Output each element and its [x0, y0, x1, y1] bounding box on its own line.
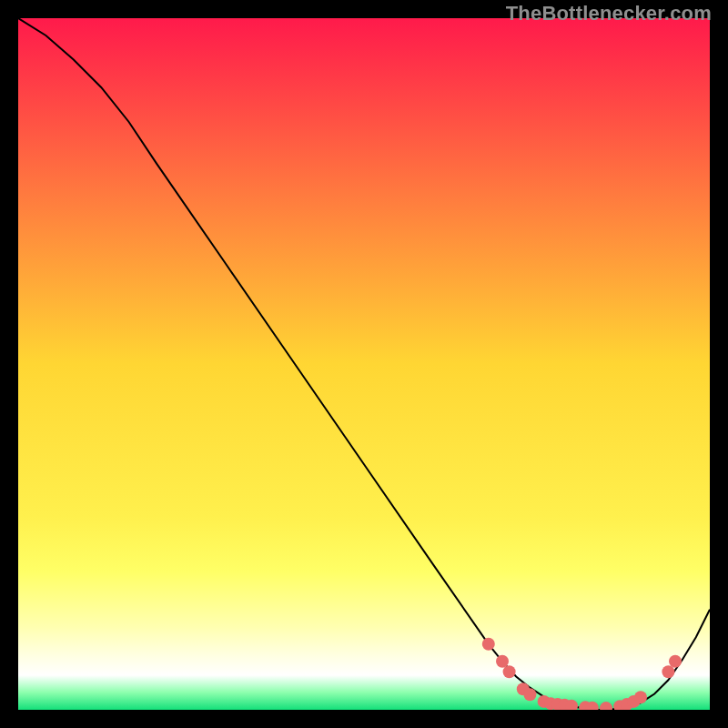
- curve-marker: [482, 638, 495, 651]
- curve-marker: [634, 691, 647, 703]
- curve-marker: [662, 665, 674, 678]
- curve-marker: [523, 688, 536, 701]
- curve-marker: [503, 665, 516, 678]
- curve-marker: [496, 655, 509, 668]
- bottleneck-chart: [18, 18, 710, 710]
- curve-marker: [669, 655, 682, 668]
- chart-stage: TheBottlenecker.com: [0, 0, 728, 728]
- gradient-background: [18, 18, 710, 710]
